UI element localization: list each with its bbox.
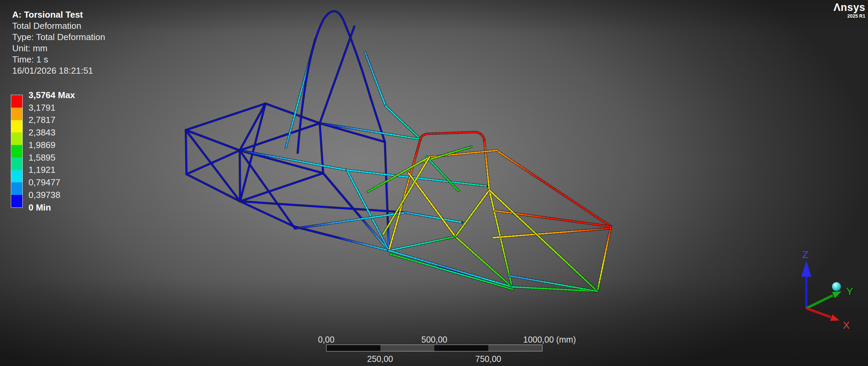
- orientation-triad[interactable]: X Y Z: [783, 245, 868, 330]
- ansys-version: 2025 R1: [833, 14, 865, 18]
- analysis-title: A: Torsional Test: [12, 9, 105, 20]
- ansys-logo: Λnsys 2025 R1: [833, 2, 865, 18]
- z-axis-label[interactable]: Z: [802, 249, 808, 260]
- z-axis-arrowhead: [801, 261, 811, 277]
- legend-value: 2,3843: [28, 126, 75, 139]
- legend-value: 1,1921: [28, 164, 75, 177]
- ansys-logo-text: Λnsys: [833, 2, 865, 13]
- model-wireframe: [0, 0, 868, 366]
- legend-value: 1,9869: [28, 139, 75, 151]
- scale-label-0: 0,00: [318, 335, 335, 345]
- x-axis-label[interactable]: X: [843, 319, 850, 330]
- result-timestamp: 16/01/2026 18:21:51: [12, 65, 105, 76]
- scale-label-250: 250,00: [367, 354, 393, 364]
- legend-value-max: 3,5764 Max: [28, 89, 75, 102]
- result-type: Type: Total Deformation: [12, 32, 105, 43]
- result-time: Time: 1 s: [12, 54, 105, 65]
- legend-value: 0,39738: [28, 189, 75, 201]
- y-axis-label[interactable]: Y: [846, 286, 853, 297]
- legend-value: 1,5895: [28, 151, 75, 164]
- x-axis-arrowhead: [830, 314, 840, 321]
- x-axis: [806, 308, 831, 317]
- legend-color-bar: [11, 95, 22, 207]
- result-unit: Unit: mm: [12, 43, 105, 54]
- scale-label-1000: 1000,00 (mm): [523, 335, 576, 345]
- result-info-block: A: Torsional Test Total Deformation Type…: [12, 9, 105, 76]
- graphics-viewport[interactable]: A: Torsional Test Total Deformation Type…: [0, 0, 868, 366]
- legend-value: 0,79477: [28, 176, 75, 189]
- y-axis-arrowhead: [832, 291, 842, 298]
- y-axis: [806, 295, 833, 308]
- legend-value: 3,1791: [28, 102, 75, 114]
- scale-ruler: [326, 345, 542, 351]
- legend-labels: 3,5764 Max 3,1791 2,7817 2,3843 1,9869 1…: [28, 89, 75, 214]
- legend-value-min: 0 Min: [28, 201, 75, 214]
- scale-label-500: 500,00: [421, 335, 447, 345]
- result-name: Total Deformation: [12, 20, 105, 32]
- iso-sphere[interactable]: [832, 282, 841, 291]
- legend-value: 2,7817: [28, 114, 75, 127]
- scale-label-750: 750,00: [475, 354, 501, 364]
